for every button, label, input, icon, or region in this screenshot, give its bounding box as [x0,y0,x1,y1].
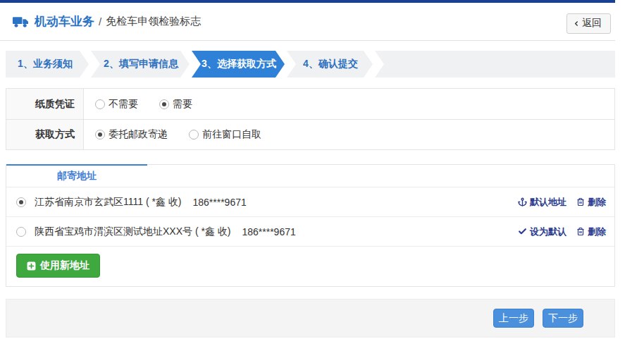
options-form: 纸质凭证 不需要 需要 获取方式 委托邮政寄递 [6,88,615,150]
section-title: 机动车业务 [35,13,94,30]
radio-label: 委托邮政寄递 [109,128,168,141]
step-label: 3、选择获取方式 [202,58,276,70]
page-header: 机动车业务 / 免检车申领检验标志 返回 [0,3,615,41]
row-label: 纸质凭证 [6,89,84,119]
back-button[interactable]: 返回 [566,13,611,34]
address-tab-header: 邮寄地址 [6,164,614,187]
radio-icon[interactable] [95,99,105,109]
breadcrumb-separator: / [99,16,101,27]
trash-icon [576,227,585,236]
address-text: 江苏省南京市玄武区1111 ( *鑫 收) [35,196,181,209]
obtain-method-row: 获取方式 委托邮政寄递 前往窗口自取 [6,119,614,149]
delete-address-link[interactable]: 删除 [576,196,606,209]
radio-option-postal-delivery[interactable]: 委托邮政寄递 [95,128,168,141]
add-new-address-button[interactable]: 使用新地址 [16,254,100,278]
trash-icon [576,197,585,206]
footer-action-bar: 上一步 下一步 [6,299,615,338]
plus-icon [27,261,36,271]
page: 机动车业务 / 免检车申领检验标志 返回 1、业务须知 2、填写申请信息 3、选… [0,0,616,338]
address-phone: 186****9671 [242,226,295,237]
step-3-choose-method[interactable]: 3、选择获取方式 [192,51,285,78]
step-label: 4、确认提交 [303,58,358,70]
steps-bar: 1、业务须知 2、填写申请信息 3、选择获取方式 4、确认提交 [6,51,615,78]
step-4-confirm-submit[interactable]: 4、确认提交 [287,51,373,78]
radio-option-need[interactable]: 需要 [159,98,192,111]
page-title: 免检车申领检验标志 [106,15,201,28]
tab-mailing-address[interactable]: 邮寄地址 [6,164,147,187]
link-label: 删除 [588,225,606,238]
radio-label: 前往窗口自取 [202,128,261,141]
radio-label: 不需要 [109,98,138,111]
truck-icon [13,16,29,28]
delete-address-link[interactable]: 删除 [576,225,606,238]
set-default-link[interactable]: 设为默认 [518,225,566,238]
steps-bar-filler [375,51,615,78]
address-text: 陕西省宝鸡市渭滨区测试地址XXX号 ( *鑫 收) [35,225,230,238]
step-label: 2、填写申请信息 [104,58,178,70]
address-radio[interactable] [16,227,26,237]
radio-option-no-need[interactable]: 不需要 [95,98,138,111]
button-label: 使用新地址 [40,259,89,272]
radio-icon[interactable] [159,99,169,109]
row-label: 获取方式 [6,120,84,149]
radio-option-window-pickup[interactable]: 前往窗口自取 [189,128,261,141]
paper-voucher-row: 纸质凭证 不需要 需要 [6,89,614,119]
radio-icon[interactable] [189,130,199,140]
radio-icon[interactable] [95,130,105,140]
address-panel: 邮寄地址 江苏省南京市玄武区1111 ( *鑫 收) 186****9671 默… [6,164,615,287]
prev-step-button[interactable]: 上一步 [493,309,534,328]
address-row-1: 江苏省南京市玄武区1111 ( *鑫 收) 186****9671 默认地址 删… [6,187,614,217]
step-label: 1、业务须知 [18,58,73,70]
address-row-2: 陕西省宝鸡市渭滨区测试地址XXX号 ( *鑫 收) 186****9671 设为… [6,217,614,247]
link-label: 删除 [588,196,606,209]
default-address-link[interactable]: 默认地址 [518,196,566,209]
step-1-notice[interactable]: 1、业务须知 [6,51,89,78]
next-step-button[interactable]: 下一步 [543,309,583,328]
chevron-left-icon [574,20,580,27]
address-radio[interactable] [16,197,26,207]
link-label: 设为默认 [530,225,566,238]
link-label: 默认地址 [530,196,566,209]
back-button-label: 返回 [582,17,602,30]
address-phone: 186****9671 [192,197,246,208]
step-2-fill-info[interactable]: 2、填写申请信息 [91,51,190,78]
anchor-icon [518,197,527,206]
check-icon [518,227,527,236]
radio-label: 需要 [173,98,192,111]
